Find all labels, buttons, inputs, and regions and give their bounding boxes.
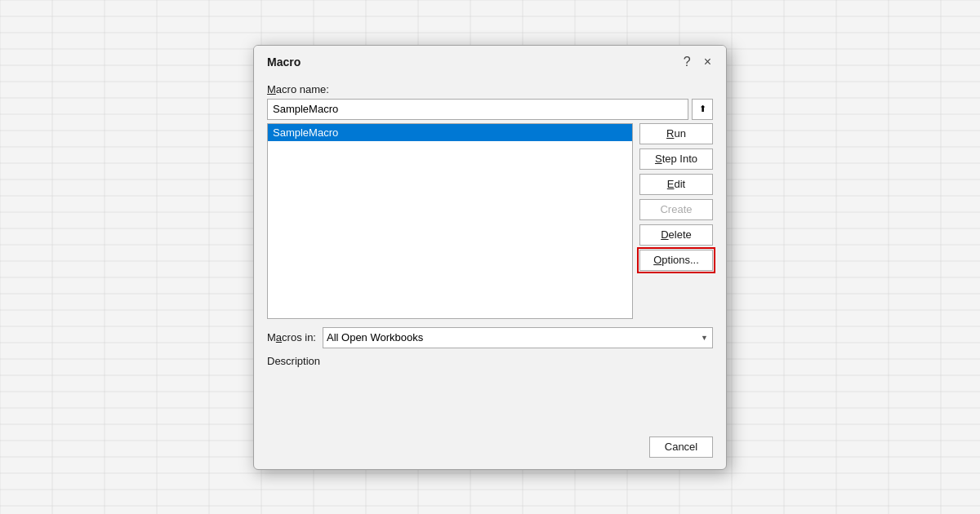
- list-item[interactable]: SampleMacro: [268, 124, 632, 141]
- collapse-icon: ⬆: [699, 104, 706, 114]
- macro-listbox[interactable]: SampleMacro: [268, 124, 632, 318]
- step-into-rest: tep Into: [662, 153, 697, 165]
- macros-in-select-wrapper: All Open Workbooks This Workbook Persona…: [323, 327, 713, 348]
- macro-name-input[interactable]: [267, 99, 688, 120]
- macro-dialog: Macro ? × Macro name: ⬆: [253, 45, 727, 470]
- step-into-underline: S: [655, 153, 662, 165]
- dialog-title: Macro: [267, 55, 301, 69]
- create-label: Create: [660, 203, 692, 215]
- options-rest: ptions...: [662, 254, 699, 266]
- delete-rest: elete: [669, 228, 692, 241]
- options-underline: O: [653, 254, 662, 266]
- delete-button[interactable]: Delete: [639, 224, 713, 246]
- create-button[interactable]: Create: [639, 199, 713, 220]
- list-item-label: SampleMacro: [273, 126, 338, 139]
- listbox-container: SampleMacro: [267, 123, 633, 319]
- step-into-button[interactable]: Step Into: [639, 148, 713, 170]
- macro-name-row: ⬆: [267, 99, 713, 120]
- dialog-overlay: Macro ? × Macro name: ⬆: [253, 45, 727, 470]
- macros-in-row: Macros in: All Open Workbooks This Workb…: [267, 327, 713, 348]
- options-button[interactable]: Options...: [639, 250, 713, 271]
- titlebar-controls: ? ×: [680, 54, 715, 70]
- description-label: Description: [267, 355, 713, 367]
- action-buttons: Run Step Into Edit Create Delete: [639, 123, 713, 319]
- edit-rest: dit: [674, 178, 685, 190]
- main-area: SampleMacro Run Step Into Edit: [267, 123, 713, 319]
- help-button[interactable]: ?: [680, 54, 694, 70]
- close-button[interactable]: ×: [701, 54, 715, 70]
- dialog-titlebar: Macro ? ×: [254, 46, 726, 77]
- cancel-button[interactable]: Cancel: [649, 436, 713, 458]
- macros-in-underline: a: [276, 331, 282, 343]
- macros-in-select[interactable]: All Open Workbooks This Workbook Persona…: [323, 327, 713, 348]
- description-area: [267, 374, 713, 419]
- run-button[interactable]: Run: [639, 123, 713, 144]
- run-rest: un: [674, 127, 685, 140]
- macros-in-label: Macros in:: [267, 331, 316, 343]
- collapse-button[interactable]: ⬆: [692, 99, 713, 120]
- bottom-section: Macros in: All Open Workbooks This Workb…: [267, 327, 713, 419]
- dialog-body: Macro name: ⬆ SampleMacro: [254, 77, 726, 430]
- macro-name-label: Macro name:: [267, 83, 713, 95]
- macro-name-label-underline: M: [267, 83, 276, 95]
- dialog-footer: Cancel: [254, 430, 726, 469]
- macro-name-label-rest: acro name:: [276, 83, 329, 95]
- delete-underline: D: [661, 228, 668, 241]
- edit-button[interactable]: Edit: [639, 174, 713, 195]
